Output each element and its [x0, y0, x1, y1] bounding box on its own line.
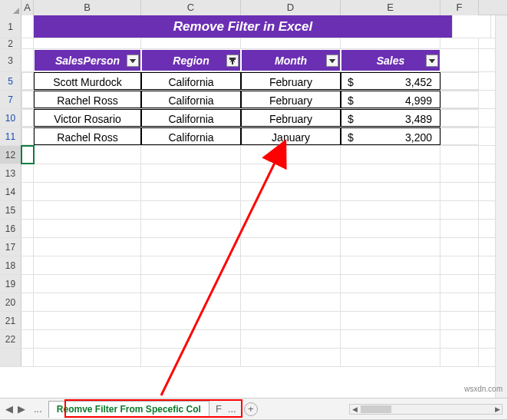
row-header-17[interactable]: 17 — [0, 238, 21, 256]
cell[interactable] — [141, 183, 241, 200]
cell-C12[interactable] — [141, 146, 241, 164]
cell[interactable] — [241, 238, 341, 256]
cell-C2[interactable] — [141, 38, 241, 48]
cell[interactable] — [21, 164, 34, 182]
cell[interactable] — [34, 201, 141, 219]
tab-more-right[interactable]: ... — [228, 403, 236, 415]
cell-sales[interactable]: $3,452 — [341, 72, 440, 90]
cell-region[interactable]: California — [141, 109, 241, 127]
cell-month[interactable]: February — [241, 109, 341, 127]
cell[interactable] — [34, 293, 141, 311]
cell[interactable] — [241, 349, 341, 366]
cell[interactable] — [341, 349, 440, 366]
cell-region[interactable]: California — [141, 72, 241, 90]
cell-A2[interactable] — [21, 38, 34, 48]
cell[interactable] — [440, 183, 479, 200]
header-region[interactable]: Region — [141, 49, 241, 71]
cell-D12[interactable] — [241, 146, 341, 164]
col-header-D[interactable]: D — [241, 0, 341, 15]
row-header-21[interactable]: 21 — [0, 312, 21, 329]
cell-B12[interactable] — [34, 146, 141, 164]
col-header-A[interactable]: A — [21, 0, 34, 15]
row-header-14[interactable]: 14 — [0, 183, 21, 200]
cell-E12[interactable] — [341, 146, 440, 164]
cell[interactable] — [341, 330, 440, 348]
cell[interactable] — [241, 293, 341, 311]
title-cell[interactable]: Remove Filter in Excel — [34, 15, 453, 38]
cell[interactable] — [141, 275, 241, 293]
scroll-left-icon[interactable]: ◀ — [350, 405, 359, 414]
cell[interactable] — [34, 220, 141, 237]
cell-A7[interactable] — [21, 91, 34, 108]
row-header[interactable]: 7 — [0, 91, 21, 108]
col-header-E[interactable]: E — [341, 0, 440, 15]
scroll-thumb[interactable] — [361, 405, 391, 413]
tab-more-left[interactable]: ... — [34, 403, 42, 415]
tab-next-button[interactable]: ▶ — [15, 402, 28, 417]
cell-F5[interactable] — [440, 72, 479, 90]
row-header-15[interactable]: 15 — [0, 201, 21, 219]
cell[interactable] — [141, 312, 241, 329]
filter-button-region[interactable] — [226, 55, 239, 67]
cell-region[interactable]: California — [141, 91, 241, 108]
cell[interactable] — [341, 293, 440, 311]
vertical-scrollbar[interactable] — [495, 15, 507, 398]
row-header-22[interactable]: 22 — [0, 330, 21, 348]
filter-button-month[interactable] — [326, 55, 338, 67]
cell[interactable] — [21, 256, 34, 274]
col-header-C[interactable]: C — [141, 0, 241, 15]
cell-A10[interactable] — [21, 109, 34, 127]
filter-button-salesperson[interactable] — [127, 55, 139, 67]
cell-D2[interactable] — [241, 38, 341, 48]
row-header-3[interactable]: 3 — [0, 49, 21, 71]
cell-month[interactable]: February — [241, 72, 341, 90]
cell-F3[interactable] — [440, 49, 479, 71]
cell-B2[interactable] — [34, 38, 141, 48]
header-month[interactable]: Month — [241, 49, 341, 71]
row-header-20[interactable]: 20 — [0, 293, 21, 311]
col-header-B[interactable]: B — [34, 0, 141, 15]
row-header-18[interactable]: 18 — [0, 256, 21, 274]
header-salesperson[interactable]: SalesPerson — [34, 49, 141, 71]
scroll-right-icon[interactable]: ▶ — [493, 405, 502, 414]
row-header-1[interactable]: 1 — [0, 15, 21, 38]
cell[interactable] — [440, 293, 479, 311]
cell-person[interactable]: Victor Rosario — [34, 109, 141, 127]
cell[interactable] — [440, 275, 479, 293]
cell[interactable] — [21, 183, 34, 200]
sheet-tab-active[interactable]: Reomve Filter From Specefic Col — [48, 401, 209, 418]
cell[interactable] — [21, 312, 34, 329]
cell[interactable] — [341, 275, 440, 293]
cell[interactable] — [34, 183, 141, 200]
cell[interactable] — [141, 164, 241, 182]
cell[interactable] — [141, 220, 241, 237]
row-header[interactable]: 10 — [0, 109, 21, 127]
cell[interactable] — [440, 201, 479, 219]
cell[interactable] — [241, 164, 341, 182]
cell[interactable] — [440, 220, 479, 237]
cell-region[interactable]: California — [141, 127, 241, 145]
cell[interactable] — [341, 164, 440, 182]
cell-sales[interactable]: $3,200 — [341, 127, 440, 145]
cell[interactable] — [440, 164, 479, 182]
cell[interactable] — [241, 183, 341, 200]
selected-cell-A12[interactable] — [21, 146, 34, 164]
cell[interactable] — [241, 275, 341, 293]
select-all-corner[interactable] — [0, 0, 21, 15]
cell[interactable] — [21, 220, 34, 237]
cell[interactable] — [34, 349, 141, 366]
cell[interactable] — [341, 183, 440, 200]
tab-prev-button[interactable]: ◀ — [3, 402, 15, 417]
cell[interactable] — [440, 238, 479, 256]
cell-A3[interactable] — [21, 49, 34, 71]
cell-F1[interactable] — [453, 15, 491, 38]
cell[interactable] — [34, 275, 141, 293]
cell[interactable] — [21, 201, 34, 219]
cell[interactable] — [440, 349, 479, 366]
cell[interactable] — [341, 201, 440, 219]
col-header-F[interactable]: F — [440, 0, 479, 15]
row-header-12[interactable]: 12 — [0, 146, 21, 164]
cell[interactable] — [241, 201, 341, 219]
cell-E2[interactable] — [341, 38, 440, 48]
header-sales[interactable]: Sales — [341, 49, 440, 71]
